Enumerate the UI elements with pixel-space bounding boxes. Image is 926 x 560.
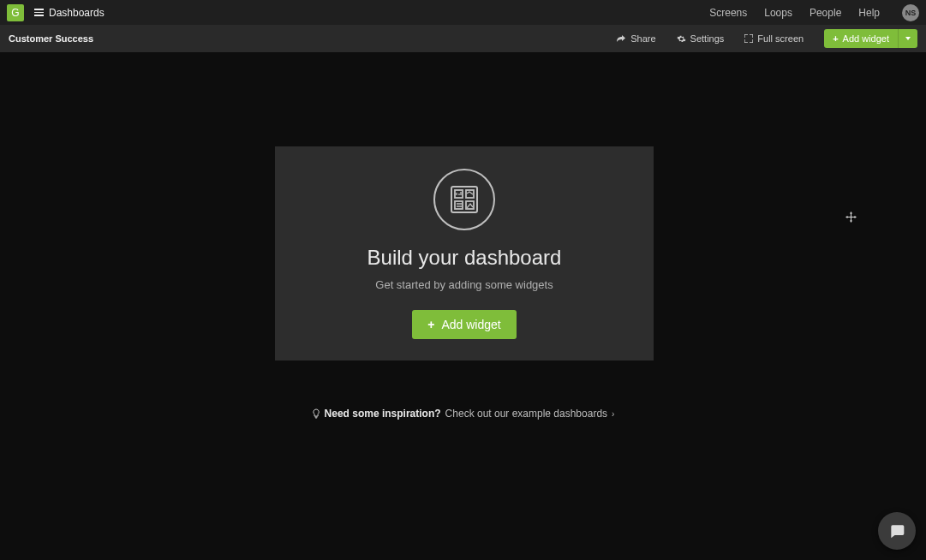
inspiration-bold: Need some inspiration? <box>325 408 441 420</box>
nav-links: Screens Loops People Help NS <box>709 4 919 21</box>
hamburger-icon <box>34 9 44 16</box>
top-nav: G Dashboards Screens Loops People Help N… <box>0 0 926 25</box>
nav-link-people[interactable]: People <box>810 7 841 19</box>
add-widget-button-top[interactable]: + Add widget <box>824 29 917 48</box>
inspiration-light: Check out our example dashboards <box>445 408 607 420</box>
settings-label: Settings <box>690 33 725 44</box>
gear-icon <box>677 34 686 44</box>
share-icon <box>616 34 626 43</box>
dashboards-menu[interactable]: Dashboards <box>34 7 105 19</box>
settings-button[interactable]: Settings <box>677 33 725 44</box>
fullscreen-icon <box>744 34 753 43</box>
empty-state-card: Build your dashboard Get started by addi… <box>275 146 654 360</box>
empty-state-subtitle: Get started by adding some widgets <box>375 278 553 291</box>
avatar[interactable]: NS <box>902 4 919 21</box>
add-widget-main[interactable]: + Add widget <box>824 33 898 44</box>
share-label: Share <box>630 33 655 44</box>
svg-rect-3 <box>455 201 463 209</box>
dashboard-title: Customer Success <box>9 33 93 44</box>
share-button[interactable]: Share <box>616 33 655 44</box>
chevron-right-icon: › <box>612 409 614 419</box>
dashboard-toolbar: Customer Success Share Settings Full scr… <box>0 25 926 52</box>
dashboard-icon <box>433 169 495 230</box>
toolbar-actions: Share Settings Full screen + Add widget <box>616 29 917 48</box>
move-cursor-icon <box>845 211 857 225</box>
nav-link-screens[interactable]: Screens <box>709 7 747 19</box>
inspiration-link[interactable]: Need some inspiration? Check out our exa… <box>312 408 615 420</box>
add-widget-button-center[interactable]: + Add widget <box>412 310 516 339</box>
chat-launcher[interactable] <box>878 512 916 550</box>
empty-state-title: Build your dashboard <box>367 246 562 270</box>
chevron-down-icon <box>905 37 911 40</box>
plus-icon: + <box>833 34 838 44</box>
add-widget-dropdown[interactable] <box>898 29 917 48</box>
fullscreen-button[interactable]: Full screen <box>744 33 804 44</box>
fullscreen-label: Full screen <box>757 33 804 44</box>
dashboard-canvas: Build your dashboard Get started by addi… <box>0 52 926 560</box>
nav-link-help[interactable]: Help <box>858 7 880 19</box>
add-widget-center-label: Add widget <box>441 318 500 331</box>
plus-icon: + <box>427 319 434 331</box>
dashboards-label: Dashboards <box>49 7 105 19</box>
lightbulb-icon <box>312 408 320 419</box>
chat-icon <box>888 522 905 539</box>
nav-link-loops[interactable]: Loops <box>764 7 792 19</box>
app-logo[interactable]: G <box>7 4 24 21</box>
add-widget-label: Add widget <box>843 33 889 44</box>
